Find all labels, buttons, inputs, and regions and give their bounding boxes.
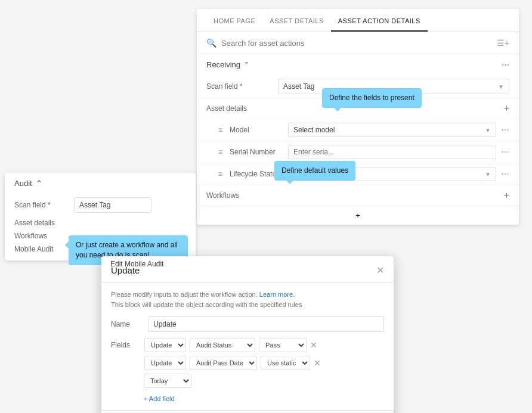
modal-value-select-1[interactable]: Pass — [259, 338, 307, 352]
model-drag-handle: ≡ — [218, 126, 222, 134]
receiving-chevron[interactable]: ⌃ — [244, 61, 249, 69]
workflows-plus[interactable]: + — [504, 190, 509, 201]
serial-more[interactable]: ⋯ — [501, 147, 509, 157]
tab-asset-details[interactable]: ASSET DETAILS — [262, 9, 330, 32]
required-marker: * — [238, 82, 243, 91]
modal-field-select-1[interactable]: Audit Status — [190, 338, 255, 352]
add-section-row[interactable]: + — [197, 206, 519, 225]
scan-field-label: Scan field * — [206, 82, 272, 91]
audit-scan-label: Scan field * — [14, 201, 68, 209]
add-field-link[interactable]: + Add field — [144, 395, 175, 402]
lifecycle-field-row: ≡ Lifecycle Status Received ▼ ⋯ — [197, 163, 519, 185]
tooltip-define-defaults: Define default values — [274, 161, 355, 181]
serial-label: Serial Number — [230, 148, 283, 156]
audit-scan-value[interactable]: Asset Tag — [74, 197, 151, 213]
learn-more-link[interactable]: Learn more — [259, 291, 293, 298]
lifecycle-more[interactable]: ⋯ — [501, 169, 509, 179]
model-field-row: ≡ Model Select model ▼ ⋯ — [197, 119, 519, 141]
serial-input[interactable] — [288, 145, 496, 159]
tab-home-page[interactable]: HOME PAGE — [206, 9, 262, 32]
lifecycle-drag-handle: ≡ — [218, 170, 222, 178]
serial-drag-handle: ≡ — [218, 148, 222, 156]
search-icon: 🔍 — [206, 38, 216, 48]
modal-name-label: Name — [111, 320, 141, 328]
tooltip-define-fields: Define the fields to present — [322, 88, 422, 108]
receiving-title: Receiving — [206, 60, 240, 69]
modal-fields-label: Fields — [111, 341, 141, 349]
search-input[interactable] — [221, 39, 492, 48]
modal-remove-1[interactable]: ✕ — [310, 340, 317, 350]
modal-field-row-2: Fields Update Audit Pass Date Use static… — [111, 356, 384, 370]
model-arrow: ▼ — [485, 127, 491, 133]
audit-chevron[interactable]: ⌃ — [36, 179, 42, 188]
modal-footer: DELETE CANCEL SAVE — [101, 410, 394, 413]
modal-field-row-1: Fields Update Audit Status Pass ✕ — [111, 338, 384, 352]
modal-description: Please modify inputs to adjust the workf… — [111, 290, 384, 309]
audit-section-header: Audit ⌃ — [5, 173, 196, 194]
audit-asset-details-label: Asset details — [14, 216, 186, 229]
tabs-bar: HOME PAGE ASSET DETAILS ASSET ACTION DET… — [197, 9, 519, 32]
modal-date-row: Today — [144, 374, 384, 388]
scan-field-arrow: ▼ — [498, 83, 504, 90]
modal-close-button[interactable]: ✕ — [376, 265, 384, 276]
modal-field-select-2[interactable]: Audit Pass Date — [190, 356, 257, 370]
modal-name-row: Name — [111, 316, 384, 332]
asset-details-label: Asset details — [206, 104, 247, 113]
main-panel: HOME PAGE ASSET DETAILS ASSET ACTION DET… — [197, 9, 519, 225]
modal-value-select-2[interactable]: Use static — [261, 356, 310, 370]
model-label: Model — [230, 126, 283, 134]
add-section-icon[interactable]: + — [355, 211, 360, 220]
asset-details-plus[interactable]: + — [504, 103, 509, 114]
receiving-section-header: Receiving ⌃ ⋯ — [197, 54, 519, 75]
modal-action-select-1[interactable]: Update — [144, 338, 186, 352]
modal-name-input[interactable] — [148, 316, 384, 332]
modal-body: Please modify inputs to adjust the workf… — [101, 282, 394, 410]
edit-modal: Update ✕ Please modify inputs to adjust … — [101, 256, 394, 413]
tab-asset-action-details[interactable]: ASSET ACTION DETAILS — [331, 9, 428, 32]
workflows-label: Workflows — [206, 191, 239, 200]
receiving-more-icon[interactable]: ⋯ — [502, 60, 509, 69]
serial-number-field-row: ≡ Serial Number ⋯ — [197, 141, 519, 163]
modal-remove-2[interactable]: ✕ — [314, 358, 321, 368]
lifecycle-arrow: ▼ — [485, 171, 491, 178]
workflows-row: Workflows + — [197, 185, 519, 206]
filter-icon[interactable]: ☰+ — [497, 38, 509, 48]
audit-title: Audit — [14, 179, 32, 188]
modal-action-select-2[interactable]: Update — [144, 356, 186, 370]
search-bar: 🔍 ☰+ — [197, 32, 519, 54]
audit-scan-field-row: Scan field * Asset Tag — [5, 194, 196, 216]
model-select[interactable]: Select model ▼ — [288, 123, 496, 137]
edit-modal-label: Edit Mobile Audit — [104, 257, 163, 268]
model-more[interactable]: ⋯ — [501, 125, 509, 135]
modal-date-select[interactable]: Today — [144, 374, 191, 388]
